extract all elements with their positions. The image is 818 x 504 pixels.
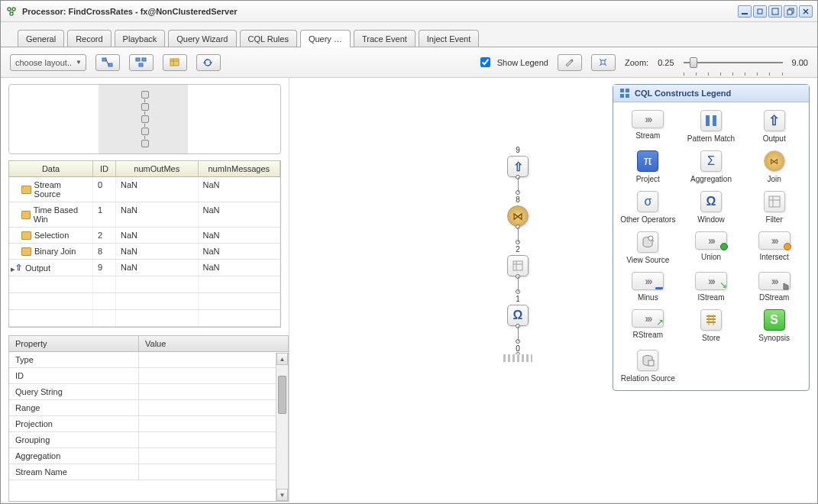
window-controls [738,5,813,18]
col-data[interactable]: Data [9,161,93,176]
tab-inject-event[interactable]: Inject Event [419,30,479,47]
legend-item-view-source[interactable]: View Source [618,231,678,264]
maximize-button[interactable] [768,5,782,18]
overview-box[interactable] [8,84,281,154]
legend-item-dstream[interactable]: ›››DStream [744,272,804,302]
svg-line-27 [600,64,601,66]
flow-node-output[interactable]: ⇧ [507,156,529,177]
svg-rect-17 [139,63,143,66]
restore-down-button[interactable] [753,5,767,18]
legend-item-output[interactable]: ⇧Output [744,110,804,143]
flow-node-window[interactable]: Ω [507,305,529,326]
zoom-label: Zoom: [625,58,648,67]
legend-item-filter[interactable]: Filter [744,191,804,224]
legend-item-store[interactable]: Store [681,309,742,342]
tab-cql-rules[interactable]: CQL Rules [240,30,297,47]
tab-query-[interactable]: Query … [300,30,351,47]
svg-rect-29 [513,261,522,270]
property-row[interactable]: Type [9,352,288,368]
svg-rect-7 [772,8,778,15]
zoom-slider-thumb[interactable] [690,57,697,68]
legend-item-join[interactable]: ⋈Join [744,150,804,183]
svg-rect-32 [620,89,624,92]
svg-rect-18 [170,59,179,66]
property-row[interactable]: ID [9,368,288,384]
zoom-slider[interactable] [684,54,783,71]
svg-rect-35 [626,94,629,98]
property-row[interactable]: Aggregation [9,448,288,464]
zoom-max: 9.00 [792,58,808,67]
svg-point-1 [12,8,15,11]
svg-rect-36 [706,115,710,126]
layout-tool-3-button[interactable] [163,54,187,71]
svg-rect-34 [620,94,624,98]
scroll-thumb[interactable] [278,376,286,414]
tab-record[interactable]: Record [67,30,111,47]
svg-line-25 [600,59,601,60]
table-row[interactable]: Selection2NaNNaN [9,228,280,244]
col-id[interactable]: ID [93,161,116,176]
folder-icon [21,186,31,194]
col-in[interactable]: numInMessages [199,161,281,176]
output-icon: ⇧ [15,263,22,273]
property-row[interactable]: Query String [9,384,288,400]
table-row[interactable]: Stream Source0NaNNaN [9,177,280,202]
table-row[interactable]: Binary Join8NaNNaN [9,244,280,260]
legend-item-union[interactable]: ›››Union [681,231,742,264]
legend-title: CQL Constructs Legend [613,85,809,102]
layout-tool-1-button[interactable] [95,54,120,71]
fit-view-button[interactable] [591,54,616,71]
legend-item-istream[interactable]: ›››↘IStream [681,272,742,302]
tab-trace-event[interactable]: Trace Event [354,30,415,47]
flow-node-join[interactable]: ⋈ [507,205,529,227]
scroll-up-button[interactable]: ▲ [276,353,288,365]
legend-item-relation-source[interactable]: Relation Source [618,350,678,383]
flow-node-stream[interactable] [503,354,532,362]
legend-item-pattern-match[interactable]: Pattern Match [681,110,742,143]
flow-node-filter[interactable] [507,255,529,276]
col-value[interactable]: Value [139,336,288,351]
show-legend-label[interactable]: Show Legend [477,55,548,69]
minimize-button[interactable] [738,5,752,18]
property-scrollbar[interactable]: ▲ ▼ [276,353,288,501]
svg-rect-5 [742,13,748,15]
svg-line-28 [605,64,606,66]
legend-item-intersect[interactable]: ›››Intersect [744,231,804,264]
folder-icon [21,247,31,256]
legend-item-aggregation[interactable]: ΣAggregation [681,150,742,183]
show-legend-checkbox[interactable] [480,57,490,67]
tab-general[interactable]: General [18,30,64,47]
legend-icon [619,88,630,99]
table-row[interactable]: Time Based Win1NaNNaN [9,202,280,228]
property-row[interactable]: Projection [9,416,288,432]
refresh-button[interactable] [196,54,221,71]
table-row[interactable]: ⇧Output9NaNNaN [9,260,280,276]
legend-panel: CQL Constructs Legend ›››StreamPattern M… [613,84,810,391]
scroll-down-button[interactable]: ▼ [276,489,288,501]
legend-item-minus[interactable]: ›››Minus [618,272,678,302]
property-row[interactable]: Stream Name [9,464,288,480]
svg-rect-9 [787,10,792,15]
layout-tool-2-button[interactable] [129,54,154,71]
titlebar: Processor: FindCrossRates - fx@NonCluste… [1,1,817,22]
dock-button[interactable] [784,5,797,18]
settings-button[interactable] [558,54,582,71]
legend-item-synopsis[interactable]: SSynopsis [744,309,804,342]
svg-rect-50 [648,360,654,366]
layout-select[interactable]: choose layout.. [10,54,86,71]
folder-icon [21,231,31,240]
legend-item-rstream[interactable]: ›››↗RStream [618,309,678,342]
tab-query-wizard[interactable]: Query Wizard [168,30,236,47]
tab-playback[interactable]: Playback [115,30,166,47]
property-row[interactable]: Grouping [9,432,288,448]
legend-item-other-operators[interactable]: σOther Operators [618,191,678,224]
col-property[interactable]: Property [9,336,139,351]
flow-canvas[interactable]: 9⇧8⋈21Ω0 CQL Constructs Legend ›››Stream… [289,78,817,502]
close-button[interactable] [799,5,813,18]
legend-item-stream[interactable]: ›››Stream [618,110,678,143]
property-row[interactable]: Range [9,400,288,416]
legend-item-window[interactable]: ΩWindow [681,191,742,224]
tab-content: choose layout.. Show Legend Zoom: 0.25 [1,47,817,501]
col-out[interactable]: numOutMes [116,161,199,176]
legend-item-project[interactable]: πProject [618,150,678,183]
